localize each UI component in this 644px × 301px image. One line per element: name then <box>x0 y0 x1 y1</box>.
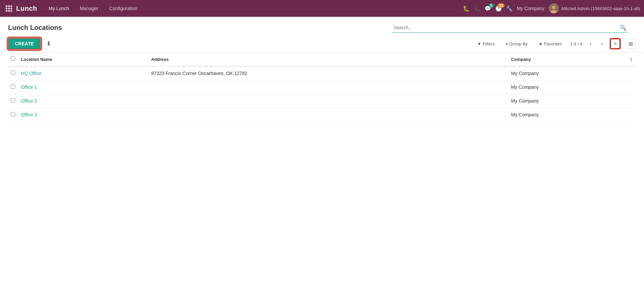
pagination-info: 1-4 / 4 <box>570 41 582 46</box>
locations-table: Location Name Address Company ⋮ HQ Offic… <box>8 52 636 122</box>
nav-manager[interactable]: Manager <box>75 4 103 13</box>
row-more <box>626 80 636 94</box>
clock-icon[interactable]: 🕐 33 <box>495 5 502 12</box>
user-name: Mitchell Admin (15843602-saas-15-1-all) <box>562 6 640 11</box>
groupby-button[interactable]: ≡ Group By <box>503 40 531 48</box>
bug-icon[interactable]: 🐛 <box>463 5 470 12</box>
chat-badge: 5 <box>489 3 494 8</box>
nav-my-lunch[interactable]: My Lunch <box>44 4 74 13</box>
row-address <box>148 108 508 122</box>
search-icon[interactable]: 🔍 <box>618 23 628 32</box>
star-icon: ★ <box>539 41 543 46</box>
row-company: My Company <box>508 108 626 122</box>
next-page-button[interactable]: › <box>599 40 605 47</box>
row-location-name[interactable]: Office 1 <box>18 80 148 94</box>
clock-badge: 33 <box>498 3 505 8</box>
row-checkbox[interactable] <box>11 84 15 89</box>
row-more <box>626 94 636 108</box>
table-row: Office 1 My Company <box>8 80 636 94</box>
row-address <box>148 80 508 94</box>
create-button[interactable]: CREATE <box>8 38 41 49</box>
company-selector[interactable]: My Company <box>517 6 544 11</box>
row-checkbox-cell[interactable] <box>8 80 18 94</box>
row-more <box>626 66 636 80</box>
main-content: Lunch Locations 🔍 CREATE ⬇ ▼ Filters ≡ G… <box>0 17 644 301</box>
row-checkbox-cell[interactable] <box>8 94 18 108</box>
col-company: Company <box>508 52 626 66</box>
table-row: Office 2 My Company <box>8 94 636 108</box>
row-checkbox[interactable] <box>11 112 15 116</box>
row-location-name[interactable]: Office 2 <box>18 94 148 108</box>
content-header: Lunch Locations 🔍 <box>0 17 644 35</box>
row-location-name[interactable]: HQ Office <box>18 66 148 80</box>
phone-icon[interactable]: 📞 <box>474 5 480 12</box>
list-view-button[interactable]: ≡ <box>610 39 620 49</box>
nav-configuration[interactable]: Configuration <box>104 4 142 13</box>
col-location-name: Location Name <box>18 52 148 66</box>
table-body: HQ Office 87323 Francis Corner Oscarhave… <box>8 66 636 122</box>
wrench-icon[interactable]: 🔧 <box>506 5 513 12</box>
row-checkbox[interactable] <box>11 71 15 75</box>
row-address <box>148 94 508 108</box>
table-container: Location Name Address Company ⋮ HQ Offic… <box>0 52 644 122</box>
topnav-right: 🐛 📞 💬 5 🕐 33 🔧 My Company Mitchell Admin… <box>463 3 640 13</box>
row-more <box>626 108 636 122</box>
table-header-row: Location Name Address Company ⋮ <box>8 52 636 66</box>
page-title: Lunch Locations <box>8 24 62 32</box>
svg-point-1 <box>552 6 555 9</box>
row-company: My Company <box>508 66 626 80</box>
search-bar: 🔍 <box>392 23 628 33</box>
search-input[interactable] <box>392 23 618 32</box>
row-checkbox-cell[interactable] <box>8 66 18 80</box>
select-all-checkbox[interactable] <box>11 57 15 61</box>
row-company: My Company <box>508 94 626 108</box>
col-address: Address <box>148 52 508 66</box>
select-all-checkbox-header[interactable] <box>8 52 18 66</box>
toolbar: CREATE ⬇ ▼ Filters ≡ Group By ★ Favorite… <box>0 35 644 52</box>
avatar <box>549 3 559 13</box>
download-button[interactable]: ⬇ <box>43 39 54 49</box>
toolbar-right: ▼ Filters ≡ Group By ★ Favorites 1-4 / 4… <box>474 39 636 49</box>
col-more[interactable]: ⋮ <box>626 52 636 66</box>
filter-icon: ▼ <box>477 41 481 46</box>
row-checkbox-cell[interactable] <box>8 108 18 122</box>
table-row: Office 3 My Company <box>8 108 636 122</box>
row-address: 87323 Francis Corner Oscarhaven, OK 1278… <box>148 66 508 80</box>
groupby-icon: ≡ <box>505 41 508 46</box>
filters-button[interactable]: ▼ Filters <box>474 40 497 48</box>
nav-menu: My Lunch Manager Configuration <box>44 4 463 13</box>
apps-icon[interactable] <box>4 4 13 13</box>
table-row: HQ Office 87323 Francis Corner Oscarhave… <box>8 66 636 80</box>
favorites-button[interactable]: ★ Favorites <box>536 40 565 48</box>
row-checkbox[interactable] <box>11 98 15 103</box>
row-location-name[interactable]: Office 3 <box>18 108 148 122</box>
app-brand: Lunch <box>16 5 37 12</box>
top-navigation: Lunch My Lunch Manager Configuration 🐛 📞… <box>0 0 644 17</box>
prev-page-button[interactable]: ‹ <box>588 40 594 47</box>
user-menu[interactable]: Mitchell Admin (15843602-saas-15-1-all) <box>549 3 640 13</box>
chat-icon[interactable]: 💬 5 <box>484 5 491 12</box>
kanban-view-button[interactable]: ⊞ <box>625 39 636 49</box>
row-company: My Company <box>508 80 626 94</box>
